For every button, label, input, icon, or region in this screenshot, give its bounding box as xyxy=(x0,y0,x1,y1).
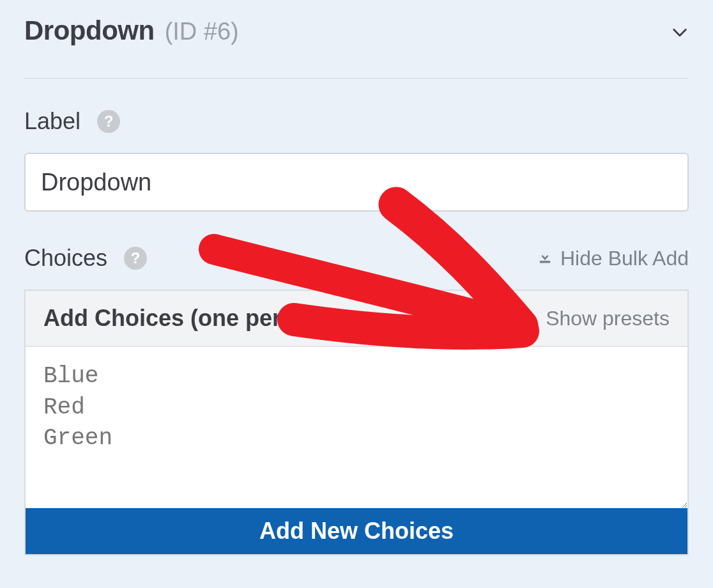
field-id-label: (ID #6) xyxy=(165,18,239,45)
choices-heading-row: Choices ? Hide Bulk Add xyxy=(24,245,689,272)
label-heading: Label xyxy=(24,108,80,135)
bulk-add-header: Add Choices (one per line) Show presets xyxy=(26,291,687,347)
choices-heading-left: Choices ? xyxy=(24,245,147,272)
svg-rect-0 xyxy=(540,261,550,263)
choices-heading: Choices xyxy=(24,245,107,272)
help-icon[interactable]: ? xyxy=(124,247,147,270)
field-title: Dropdown (ID #6) xyxy=(24,15,239,46)
bulk-add-title: Add Choices (one per line) xyxy=(43,305,335,332)
label-input[interactable] xyxy=(24,153,689,212)
show-presets-link[interactable]: Show presets xyxy=(546,307,670,330)
bulk-add-textarea[interactable] xyxy=(26,347,687,508)
hide-bulk-add-label: Hide Bulk Add xyxy=(560,247,689,270)
download-icon xyxy=(536,247,554,270)
label-heading-row: Label ? xyxy=(24,108,689,135)
add-new-choices-button[interactable]: Add New Choices xyxy=(26,508,687,554)
field-type-name: Dropdown xyxy=(24,15,155,46)
field-settings-panel: Dropdown (ID #6) Label ? Choices ? Hide … xyxy=(0,0,713,555)
help-icon[interactable]: ? xyxy=(97,110,120,133)
chevron-down-icon[interactable] xyxy=(671,24,689,42)
bulk-add-container: Add Choices (one per line) Show presets … xyxy=(24,290,689,555)
hide-bulk-add-link[interactable]: Hide Bulk Add xyxy=(536,247,689,270)
field-title-row: Dropdown (ID #6) xyxy=(24,15,689,79)
